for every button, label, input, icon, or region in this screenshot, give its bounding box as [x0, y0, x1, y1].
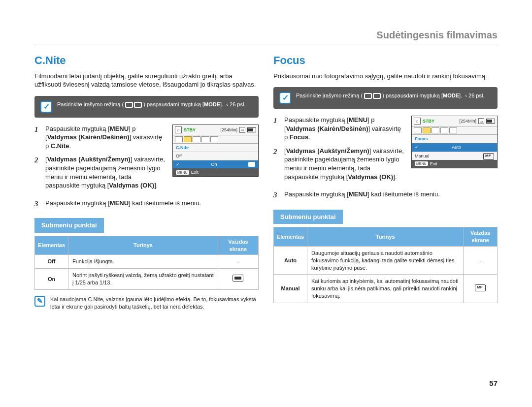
battery-icon [486, 119, 495, 124]
lcd-tabs [412, 126, 497, 135]
sd-icon: ▭ [239, 127, 245, 133]
lcd-preview-left: ⌂ STBY [254Min] ▭ C.Nite Off On [172, 125, 259, 177]
cnite-display-icon [233, 275, 243, 282]
th-element: Elementas [35, 236, 68, 255]
stby-label: STBY [423, 118, 434, 124]
time-remaining: [254Min] [459, 118, 476, 124]
info-icon: ✎ [34, 296, 45, 307]
menu-exit-button: MENU [176, 170, 189, 175]
page-number: 57 [489, 379, 498, 387]
submenu-table-left: Elementas Turinys Vaizdas ekrane Off Fun… [34, 236, 259, 290]
cnite-on-icon [248, 162, 255, 167]
submenu-heading-left: Submeniu punktai [34, 218, 104, 233]
left-column: C.Nite Filmuodami lėtai judantį objektą,… [34, 53, 259, 311]
check-icon: ✓ [40, 101, 52, 113]
breadcrumb: Sudėtingesnis filmavimas [34, 30, 498, 44]
exit-label: Exit [430, 161, 437, 167]
lcd-preview-right: ⌂ STBY [254Min] ▭ Focus Auto Manual [411, 116, 498, 168]
lcd-menu-title: C.Nite [173, 144, 258, 152]
mode-text-right: Pasirinkite įrašymo režimą ( ) paspausda… [296, 92, 492, 99]
menu-exit-button: MENU [415, 161, 428, 166]
step-3-right: 3 Paspauskite mygtuką [MENU] kad išeitum… [273, 190, 498, 199]
stby-label: STBY [184, 127, 196, 133]
step-2-right: 2 [Valdymas (Aukštyn/Žemyn)] vairasvirte… [273, 147, 405, 181]
check-icon: ✓ [279, 92, 291, 104]
table-row: Off Funkcija išjungta. - [35, 255, 259, 269]
sd-icon: ▭ [478, 118, 484, 124]
th-content: Turinys [68, 236, 218, 255]
th-element: Elementas [274, 227, 307, 247]
lcd-menu-title: Focus [412, 135, 497, 143]
submenu-table-right: Elementas Turinys Vaizdas ekrane Auto Da… [273, 227, 498, 303]
mode-select-box-left: ✓ Pasirinkite įrašymo režimą ( ) paspaus… [34, 96, 259, 118]
section-title-cnite: C.Nite [34, 53, 259, 68]
submenu-heading-right: Submeniu punktai [273, 210, 343, 224]
step-3-left: 3 Paspauskite mygtuką [MENU] kad išeitum… [34, 199, 259, 208]
table-row: Auto Daugumoje situacijų geriausia naudo… [274, 246, 498, 275]
table-row: Manual Kai kuriomis aplinkybėmis, kai au… [274, 275, 498, 303]
exit-label: Exit [191, 169, 199, 175]
lcd-item-on: On [173, 160, 258, 168]
th-display: Vaizdas ekrane [218, 236, 258, 255]
time-remaining: [254Min] [220, 127, 237, 133]
section-title-focus: Focus [273, 53, 498, 68]
mode-icons [364, 93, 381, 99]
manual-focus-icon [483, 153, 494, 160]
step-2-left: 2 [Valdymas (Aukštyn/Žemyn)] vairasvirte… [34, 155, 166, 189]
footnote-text: Kai naudojama C.Nite, vaizdas įgauna lėt… [50, 296, 259, 311]
lcd-tabs [173, 135, 258, 144]
table-row: On Norint įrašyti ryškesnį vaizdą, žemą … [35, 269, 259, 290]
right-column: Focus Priklausomai nuo fotografavimo sąl… [273, 53, 498, 311]
lcd-item-off: Off [173, 152, 258, 160]
mode-select-box-right: ✓ Pasirinkite įrašymo režimą ( ) paspaus… [273, 87, 498, 109]
lcd-item-manual: Manual [412, 152, 497, 160]
step-1-left: 1 Paspauskite mygtuką [MENU] p [Valdymas… [34, 125, 166, 151]
step-1-right: 1 Paspauskite mygtuką [MENU] p [Valdymas… [273, 116, 405, 142]
cnite-intro: Filmuodami lėtai judantį objektą, galite… [34, 72, 259, 89]
home-icon: ⌂ [414, 118, 421, 125]
mode-icons [125, 102, 142, 108]
home-icon: ⌂ [175, 126, 182, 133]
footnote-left: ✎ Kai naudojama C.Nite, vaizdas įgauna l… [34, 296, 259, 311]
mode-text-left: Pasirinkite įrašymo režimą ( ) paspausda… [57, 101, 253, 108]
th-display: Vaizdas ekrane [464, 227, 498, 247]
lcd-item-auto: Auto [412, 143, 497, 151]
battery-icon [247, 127, 256, 132]
focus-intro: Priklausomai nuo fotografavimo sąlygų, g… [273, 72, 498, 81]
th-content: Turinys [307, 227, 464, 247]
manual-focus-display-icon [475, 284, 486, 291]
